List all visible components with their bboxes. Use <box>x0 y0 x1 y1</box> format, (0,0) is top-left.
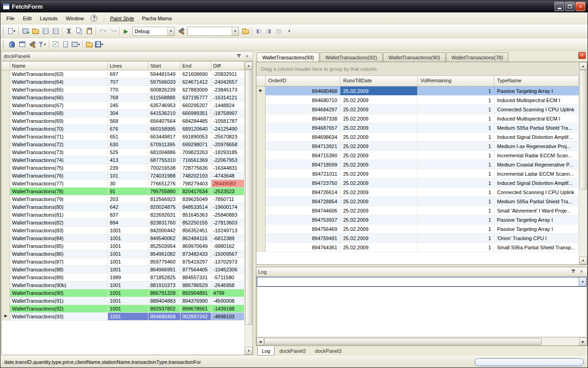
cell-runstilldate[interactable]: 25.02.2009 <box>340 132 418 141</box>
cell-name[interactable]: WalletTransactions(90b) <box>10 282 108 289</box>
run-button[interactable]: ▶ <box>121 26 131 36</box>
table-row[interactable]: 89469863425.02.20091Induced Signal Disto… <box>256 132 579 142</box>
validate-button[interactable] <box>51 39 61 49</box>
cell-diff[interactable]: -16344831 <box>211 164 244 172</box>
table-row[interactable]: WalletTransactions(69)568656407564684284… <box>2 117 244 125</box>
table-row[interactable]: WalletTransactions(66)768611568888637195… <box>2 94 244 102</box>
table-row[interactable]: WalletTransactions(75)239700216538728775… <box>2 164 244 172</box>
cell-volremaining[interactable]: 1 <box>418 132 494 141</box>
cell-name[interactable]: WalletTransactions(79) <box>10 196 108 203</box>
cell-end[interactable]: 884557331 <box>181 274 211 281</box>
cell-name[interactable]: WalletTransactions(65) <box>10 86 108 93</box>
cell-start[interactable]: 594481549 <box>148 70 181 78</box>
cell-orderid[interactable]: 894721011 <box>266 169 340 178</box>
table-row[interactable]: ▶WalletTransactions(93)10018946804589028… <box>2 313 244 321</box>
table-row[interactable]: WalletTransactions(67)245635746953660295… <box>2 102 244 109</box>
toolbar-overflow-button[interactable]: ▾ <box>284 26 294 36</box>
cell-volremaining[interactable]: 1 <box>418 86 494 95</box>
cell-orderid[interactable]: 894744606 <box>266 206 340 215</box>
cell-runstilldate[interactable]: 25.02.2009 <box>340 86 418 95</box>
cell-name[interactable]: WalletTransactions(68) <box>10 109 108 117</box>
cell-name[interactable]: WalletTransactions(73) <box>10 149 108 156</box>
menu-edit[interactable]: Edit <box>19 13 36 23</box>
column-header-end[interactable]: End <box>181 62 211 70</box>
cell-lines[interactable]: 1001 <box>108 313 148 320</box>
table-row[interactable]: 89476436125.02.20091Small S95a Partial S… <box>256 243 579 252</box>
open-button[interactable] <box>30 26 40 36</box>
cell-start[interactable]: 635746953 <box>148 102 181 109</box>
cell-diff[interactable]: -10452306 <box>211 266 244 273</box>
bottom-tab-log[interactable]: Log <box>257 346 275 356</box>
table-row[interactable]: WalletTransactions(84)100184954006286248… <box>2 235 244 242</box>
cell-lines[interactable]: 30 <box>108 180 148 187</box>
table-row[interactable]: 89475393725.02.20091Passive Targeting Ar… <box>256 215 579 224</box>
cell-volremaining[interactable]: 1 <box>418 234 494 242</box>
build-button[interactable] <box>176 26 186 36</box>
table-row[interactable]: 89471539025.02.20091Incremental Radar EC… <box>256 151 579 160</box>
log-panel-header[interactable]: Log × <box>256 267 587 276</box>
cell-diff[interactable]: -1439188 <box>211 305 244 312</box>
dock-panel-header[interactable]: dockPanel4 × <box>1 52 253 61</box>
cell-lines[interactable]: 304 <box>108 109 148 117</box>
table-row[interactable]: WalletTransactions(91)100188840488389437… <box>2 297 244 305</box>
scroll-up-button[interactable]: ▲ <box>579 62 587 70</box>
column-header-lines[interactable]: Lines <box>108 62 148 70</box>
form-designer-button[interactable] <box>17 39 27 49</box>
new-button[interactable]: ▾ <box>7 26 17 36</box>
cell-end[interactable]: 709823263 <box>181 149 211 156</box>
cell-start[interactable]: 822692631 <box>148 211 181 218</box>
cell-name[interactable]: WalletTransactions(69) <box>10 117 108 125</box>
cell-volremaining[interactable]: 1 <box>418 224 494 233</box>
cell-start[interactable]: 600826239 <box>148 86 181 93</box>
cell-start[interactable]: 892937802 <box>148 305 181 312</box>
cell-orderid[interactable]: 894759491 <box>266 234 340 242</box>
cell-typename[interactable]: Medium I-ax Regenerative Proj... <box>494 142 579 150</box>
cell-typename[interactable]: Small 'Atonement' I Ward Proje... <box>494 206 579 215</box>
column-header-name[interactable]: Name <box>10 62 108 70</box>
cell-diff[interactable]: -19600174 <box>211 203 244 211</box>
cell-orderid[interactable]: 894680710 <box>266 96 340 104</box>
cell-start[interactable]: 670911395 <box>148 141 181 148</box>
table-row[interactable]: WalletTransactions(78)917957558808204176… <box>2 188 244 196</box>
cell-lines[interactable]: 101 <box>108 172 148 179</box>
scrollbar-thumb[interactable] <box>245 69 252 325</box>
cell-name[interactable]: WalletTransactions(88) <box>10 266 108 273</box>
cell-lines[interactable]: 1001 <box>108 297 148 305</box>
toolbar-grip[interactable] <box>3 40 5 48</box>
cell-name[interactable]: WalletTransactions(70) <box>10 125 108 132</box>
cell-volremaining[interactable]: 1 <box>418 178 494 187</box>
menu-layouts[interactable]: Layouts <box>36 13 62 23</box>
cell-end[interactable]: 892904891 <box>181 289 211 297</box>
cell-name[interactable]: WalletTransactions(74) <box>10 156 108 164</box>
cell-end[interactable]: 820417634 <box>181 188 211 195</box>
cell-runstilldate[interactable]: 25.02.2009 <box>340 169 418 178</box>
cell-diff[interactable]: -9980162 <box>211 242 244 250</box>
cell-diff[interactable]: -27813603 <box>211 219 244 226</box>
cell-diff[interactable]: -22067953 <box>211 156 244 164</box>
table-row[interactable]: WalletTransactions(80)642820024875848533… <box>2 203 244 211</box>
cell-lines[interactable]: 894 <box>108 219 148 226</box>
cell-volremaining[interactable]: 1 <box>418 169 494 178</box>
table-row[interactable]: WalletTransactions(81)837822692631851645… <box>2 211 244 219</box>
cell-orderid[interactable]: 894718599 <box>266 160 340 169</box>
cell-orderid[interactable]: 894756469 <box>266 224 340 233</box>
cell-name[interactable]: WalletTransactions(80) <box>10 203 108 211</box>
column-header-volremaining[interactable]: VolRemaining <box>418 76 494 86</box>
cell-diff[interactable]: -23845173 <box>211 86 244 93</box>
cell-volremaining[interactable]: 1 <box>418 123 494 132</box>
table-row[interactable]: 89471392125.02.20091Medium I-ax Regenera… <box>256 142 579 151</box>
scroll-down-button[interactable]: ▼ <box>245 347 253 355</box>
grid-view-button[interactable]: ▾ <box>71 39 81 49</box>
cell-name[interactable]: WalletTransactions(67) <box>10 102 108 109</box>
cell-typename[interactable]: Passive Targeting Array I <box>494 224 579 233</box>
pin-button[interactable] <box>235 53 243 60</box>
cell-name[interactable]: WalletTransactions(75) <box>10 164 108 172</box>
cell-runstilldate[interactable]: 25.02.2009 <box>340 178 418 187</box>
cell-volremaining[interactable]: 1 <box>418 197 494 206</box>
cell-name[interactable]: WalletTransactions(83) <box>10 227 108 234</box>
cell-end[interactable]: 748202193 <box>181 172 211 179</box>
cell-diff[interactable]: -10581787 <box>211 117 244 125</box>
cell-volremaining[interactable]: 1 <box>418 142 494 150</box>
cell-orderid[interactable]: 894713921 <box>266 142 340 150</box>
cell-orderid[interactable]: 894726614 <box>266 188 340 196</box>
